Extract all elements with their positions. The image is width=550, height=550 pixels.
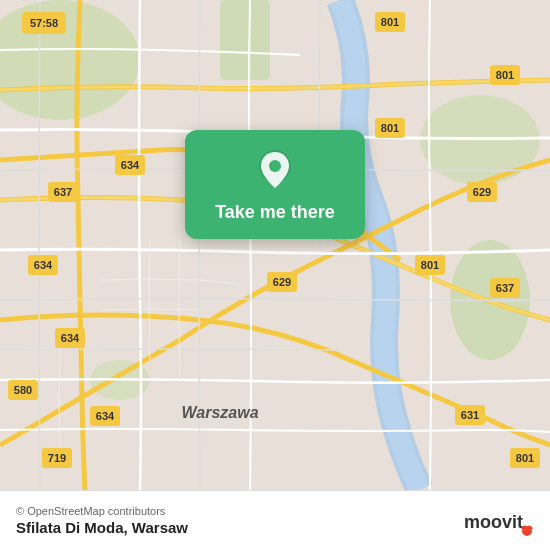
copyright-text: © OpenStreetMap contributors [16, 505, 188, 517]
svg-text:634: 634 [96, 410, 115, 422]
svg-text:631: 631 [461, 409, 479, 421]
svg-text:637: 637 [54, 186, 72, 198]
svg-text:637: 637 [496, 282, 514, 294]
svg-text:629: 629 [473, 186, 491, 198]
bottom-bar: © OpenStreetMap contributors Sfilata Di … [0, 490, 550, 550]
action-card[interactable]: Take me there [185, 130, 365, 239]
svg-text:moovit: moovit [464, 512, 523, 532]
moovit-logo-svg: moovit [464, 505, 534, 537]
svg-text:Warszawa: Warszawa [181, 404, 258, 421]
svg-text:801: 801 [381, 122, 399, 134]
svg-rect-4 [220, 0, 270, 80]
svg-text:57:58: 57:58 [30, 17, 58, 29]
location-name: Sfilata Di Moda, Warsaw [16, 519, 188, 536]
svg-text:634: 634 [34, 259, 53, 271]
location-pin-icon [253, 148, 297, 192]
svg-text:801: 801 [516, 452, 534, 464]
svg-text:801: 801 [496, 69, 514, 81]
svg-text:801: 801 [381, 16, 399, 28]
svg-text:629: 629 [273, 276, 291, 288]
svg-point-44 [269, 160, 281, 172]
svg-text:801: 801 [421, 259, 439, 271]
moovit-logo: moovit [464, 505, 534, 537]
take-me-there-button[interactable]: Take me there [215, 202, 335, 223]
svg-text:580: 580 [14, 384, 32, 396]
svg-text:719: 719 [48, 452, 66, 464]
svg-text:634: 634 [61, 332, 80, 344]
map-container: 57:58 801 801 801 634 637 629 634 629 80… [0, 0, 550, 490]
svg-text:634: 634 [121, 159, 140, 171]
bottom-left-info: © OpenStreetMap contributors Sfilata Di … [16, 505, 188, 536]
